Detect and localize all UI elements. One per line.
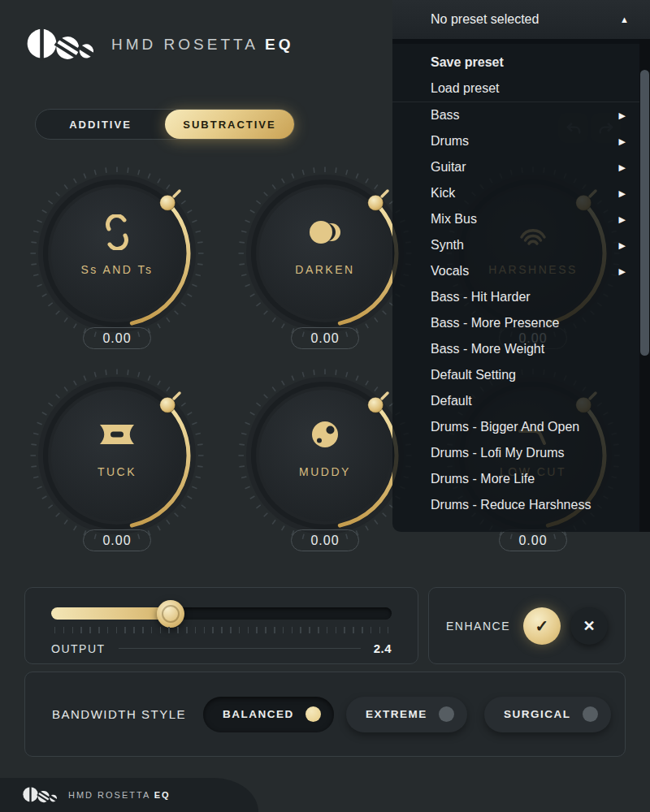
menu-item-bass[interactable]: Bass ▶: [392, 102, 650, 128]
menu-item-save-preset[interactable]: Save preset: [392, 50, 650, 76]
menu-item-vocals[interactable]: Vocals ▶: [392, 258, 650, 284]
enhance-label: ENHANCE: [446, 620, 510, 633]
muddy-ball-icon: [307, 417, 343, 452]
mode-option-subtractive[interactable]: SUBTRACTIVE: [165, 110, 294, 139]
knob-tuck[interactable]: TUCK: [28, 366, 206, 545]
pill-label: EXTREME: [366, 708, 427, 720]
chevron-right-icon: ▶: [619, 188, 626, 199]
knob-label: TUCK: [28, 465, 206, 478]
menu-item-preset[interactable]: Bass - Hit Harder: [392, 284, 650, 310]
menu-item-preset[interactable]: Drums - Lofi My Drums: [392, 440, 650, 466]
knob-muddy[interactable]: MUDDY: [236, 366, 414, 545]
menu-item-guitar[interactable]: Guitar ▶: [392, 154, 650, 180]
chevron-right-icon: ▶: [619, 266, 626, 277]
header: HMD ROSETTA EQ: [27, 23, 294, 67]
radio-dot-icon: [306, 706, 321, 722]
enhance-panel: ENHANCE ✓ ✕: [428, 587, 626, 664]
footer-title: HMD ROSETTA EQ: [68, 790, 171, 800]
mode-toggle: ADDITIVE SUBTRACTIVE: [35, 109, 295, 140]
preset-selected-label: No preset selected: [431, 12, 539, 27]
output-slider-thumb[interactable]: [157, 600, 184, 628]
brand-text: HMD ROSETTA: [111, 36, 258, 53]
chevron-right-icon: ▶: [619, 162, 626, 173]
menu-item-drums[interactable]: Drums ▶: [392, 128, 650, 154]
footer-brand-text: HMD ROSETTA: [68, 790, 150, 800]
bandwidth-label: BANDWIDTH STYLE: [52, 707, 186, 721]
footer-brand-text-bold: EQ: [154, 790, 171, 800]
knob-dial: [236, 164, 414, 343]
menu-item-label: Vocals: [431, 264, 469, 279]
knob-dial: [28, 366, 206, 545]
scrollbar-track[interactable]: [639, 39, 650, 532]
menu-item-label: Bass: [431, 108, 460, 123]
menu-item-label: Drums: [431, 134, 469, 149]
knob-ss-and-ts[interactable]: Ss AND Ts: [28, 164, 206, 343]
radio-dot-icon: [583, 706, 598, 722]
chevron-up-icon: ▲: [620, 15, 629, 24]
menu-item-kick[interactable]: Kick ▶: [392, 180, 650, 206]
knob-dial: [236, 366, 414, 545]
mode-option-additive[interactable]: ADDITIVE: [36, 110, 165, 139]
knob-label: Ss AND Ts: [28, 263, 206, 276]
footer-logo: [23, 784, 57, 806]
knob-label: MUDDY: [236, 465, 414, 478]
output-slider-ticks: [54, 627, 388, 633]
knob-darken[interactable]: DARKEN: [236, 164, 414, 343]
plugin-window: HMD ROSETTA EQ ADDITIVE SUBTRACTIVE: [0, 0, 650, 812]
knob-label: DARKEN: [236, 263, 414, 276]
knob-value-low-cut[interactable]: 0.00: [499, 529, 567, 551]
page-title: HMD ROSETTA EQ: [111, 36, 294, 54]
enhance-on-button[interactable]: ✓: [523, 607, 561, 645]
scrollbar-thumb[interactable]: [640, 70, 649, 356]
menu-item-preset[interactable]: Drums - Reduce Harshness: [392, 492, 650, 518]
close-icon: ✕: [583, 617, 595, 635]
output-slider-fill: [51, 607, 171, 620]
menu-item-label: Synth: [431, 238, 464, 253]
menu-item-load-preset[interactable]: Load preset: [392, 76, 650, 102]
tuck-icon: [98, 417, 136, 452]
bandwidth-option-balanced[interactable]: BALANCED: [203, 697, 334, 732]
brand-logo: [27, 23, 93, 67]
s-swirl-icon: [99, 214, 135, 250]
bandwidth-panel: BANDWIDTH STYLE BALANCED EXTREME SURGICA…: [24, 672, 626, 757]
menu-item-label: Mix Bus: [431, 212, 477, 227]
chevron-right-icon: ▶: [619, 214, 626, 225]
menu-item-preset[interactable]: Bass - More Weight: [392, 336, 650, 362]
knob-value-ss-and-ts[interactable]: 0.00: [83, 327, 151, 349]
preset-menu: No preset selected ▲ Save preset Load pr…: [392, 0, 650, 532]
chevron-right-icon: ▶: [619, 136, 626, 147]
menu-item-mix-bus[interactable]: Mix Bus ▶: [392, 206, 650, 232]
menu-item-label: Kick: [431, 186, 455, 201]
menu-item-synth[interactable]: Synth ▶: [392, 232, 650, 258]
knob-value-muddy[interactable]: 0.00: [291, 529, 359, 551]
pill-label: SURGICAL: [504, 708, 571, 720]
bandwidth-option-surgical[interactable]: SURGICAL: [484, 697, 611, 732]
footer: HMD ROSETTA EQ: [0, 778, 258, 812]
knob-value-tuck[interactable]: 0.00: [83, 529, 151, 551]
output-divider: [119, 648, 361, 649]
eclipse-icon: [307, 214, 343, 250]
output-label: OUTPUT: [51, 642, 106, 655]
output-slider[interactable]: [51, 607, 392, 620]
menu-item-preset[interactable]: Drums - Bigger And Open: [392, 414, 650, 440]
menu-item-preset[interactable]: Default: [392, 388, 650, 414]
brand-text-bold: EQ: [265, 36, 293, 53]
knob-dial: [28, 164, 206, 343]
chevron-right-icon: ▶: [619, 240, 626, 251]
menu-item-preset[interactable]: Bass - More Presence: [392, 310, 650, 336]
radio-dot-icon: [439, 706, 454, 722]
chevron-right-icon: ▶: [619, 110, 626, 121]
pill-label: BALANCED: [223, 708, 294, 720]
menu-item-label: Guitar: [431, 160, 466, 175]
menu-item-preset[interactable]: Drums - More Life: [392, 466, 650, 492]
preset-menu-header[interactable]: No preset selected ▲: [392, 0, 650, 39]
output-panel: OUTPUT 2.4: [24, 587, 418, 664]
enhance-off-button[interactable]: ✕: [570, 607, 608, 645]
preset-menu-list: Save preset Load preset Bass ▶ Drums ▶ G…: [392, 39, 650, 532]
bandwidth-option-extreme[interactable]: EXTREME: [346, 697, 467, 732]
check-icon: ✓: [535, 616, 549, 636]
output-value: 2.4: [374, 641, 392, 655]
menu-item-preset[interactable]: Default Setting: [392, 362, 650, 388]
knob-value-darken[interactable]: 0.00: [291, 327, 359, 349]
